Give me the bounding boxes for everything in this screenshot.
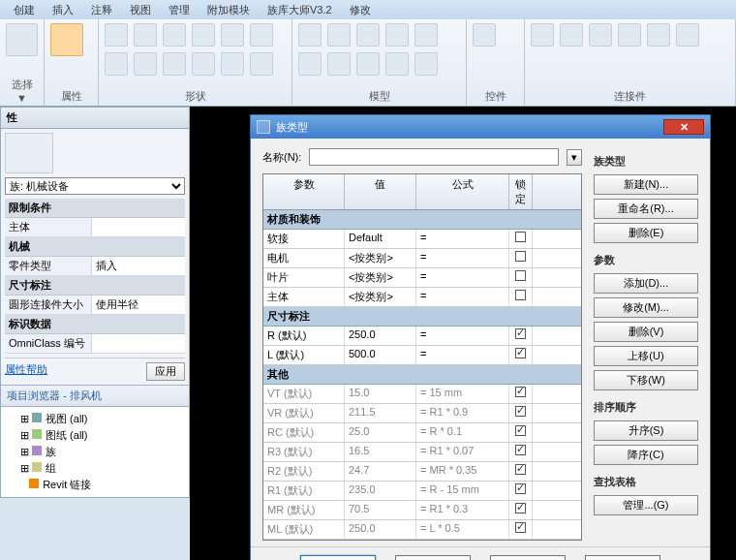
col-lock[interactable]: 锁定: [509, 174, 533, 209]
lock-checkbox[interactable]: [515, 425, 526, 436]
prop-row[interactable]: 圆形连接件大小使用半径: [5, 296, 185, 315]
dialog-titlebar[interactable]: 族类型 ✕: [251, 115, 710, 139]
model-icon[interactable]: [385, 23, 409, 47]
shape-icon[interactable]: [192, 23, 215, 47]
delete-param-button[interactable]: 删除(V): [594, 322, 698, 342]
param-row[interactable]: MR (默认)70.5= R1 * 0.3: [263, 501, 581, 520]
menu-item[interactable]: 附加模块: [207, 3, 250, 17]
modify-param-button[interactable]: 修改(M)...: [594, 297, 698, 318]
rename-type-button[interactable]: 重命名(R)...: [594, 199, 698, 219]
menu-item[interactable]: 族库大师V3.2: [267, 3, 332, 17]
param-row[interactable]: RC (默认)25.0= R * 0.1: [263, 423, 581, 443]
control-icon[interactable]: [473, 23, 496, 47]
param-row[interactable]: VT (默认)15.0= 15 mm: [263, 385, 581, 404]
add-param-button[interactable]: 添加(D)...: [594, 273, 698, 294]
sort-asc-button[interactable]: 升序(S): [594, 420, 698, 441]
param-row[interactable]: ML (默认)250.0= L * 0.5: [263, 520, 581, 540]
menu-item[interactable]: 创建: [14, 3, 35, 17]
model-icon[interactable]: [414, 52, 438, 76]
connector-icon[interactable]: [618, 23, 641, 47]
ok-button[interactable]: 确定: [300, 555, 376, 560]
shape-icon[interactable]: [192, 52, 215, 76]
tree-item[interactable]: ⊞ 组: [7, 460, 183, 477]
properties-help-link[interactable]: 属性帮助: [5, 362, 47, 381]
model-icon[interactable]: [356, 23, 380, 47]
model-icon[interactable]: [298, 23, 322, 47]
move-up-button[interactable]: 上移(U): [594, 346, 698, 366]
connector-icon[interactable]: [531, 23, 554, 47]
lock-checkbox[interactable]: [515, 387, 526, 397]
param-row[interactable]: L (默认)500.0=: [263, 346, 581, 365]
model-icon[interactable]: [356, 52, 380, 76]
apply-button[interactable]: 应用: [146, 362, 185, 381]
lock-checkbox[interactable]: [515, 232, 526, 242]
prop-row[interactable]: OmniClass 编号: [5, 334, 185, 354]
col-formula[interactable]: 公式: [416, 174, 509, 209]
param-group-header[interactable]: 尺寸标注: [263, 307, 581, 327]
lock-checkbox[interactable]: [515, 503, 526, 513]
param-row[interactable]: R1 (默认)235.0= R - 15 mm: [263, 482, 581, 501]
manage-lookup-button[interactable]: 管理...(G): [594, 495, 698, 515]
properties-icon[interactable]: [50, 23, 83, 56]
menu-item[interactable]: 修改: [350, 3, 371, 17]
param-group-header[interactable]: 其他: [263, 365, 581, 385]
new-type-button[interactable]: 新建(N)...: [594, 174, 698, 195]
param-row[interactable]: 软接Default=: [263, 230, 581, 249]
shape-icon[interactable]: [221, 23, 244, 47]
shape-icon[interactable]: [250, 52, 273, 76]
shape-icon[interactable]: [134, 23, 157, 47]
model-icon[interactable]: [385, 52, 409, 76]
prop-row[interactable]: 主体: [5, 218, 185, 237]
lock-checkbox[interactable]: [515, 464, 526, 475]
shape-icon[interactable]: [250, 23, 273, 47]
param-group-header[interactable]: 材质和装饰: [263, 210, 581, 230]
shape-icon[interactable]: [134, 52, 157, 76]
tree-item[interactable]: ⊞ 视图 (all): [7, 411, 183, 427]
param-row[interactable]: 叶片<按类别>=: [263, 268, 581, 288]
model-icon[interactable]: [414, 23, 438, 47]
shape-icon[interactable]: [163, 23, 186, 47]
param-row[interactable]: R3 (默认)16.5= R1 * 0.07: [263, 443, 581, 462]
lock-checkbox[interactable]: [515, 251, 526, 262]
lock-checkbox[interactable]: [515, 483, 526, 494]
lock-checkbox[interactable]: [515, 522, 526, 533]
help-button[interactable]: 帮助(H): [585, 555, 660, 560]
model-icon[interactable]: [327, 52, 351, 76]
model-icon[interactable]: [298, 52, 322, 76]
shape-icon[interactable]: [105, 52, 128, 76]
menu-item[interactable]: 注释: [91, 3, 112, 17]
connector-icon[interactable]: [589, 23, 612, 47]
family-category-dropdown[interactable]: 族: 机械设备: [5, 177, 185, 195]
connector-icon[interactable]: [676, 23, 699, 47]
lock-checkbox[interactable]: [515, 348, 526, 358]
sort-desc-button[interactable]: 降序(C): [594, 445, 698, 465]
param-row[interactable]: 主体<按类别>=: [263, 288, 581, 307]
connector-icon[interactable]: [560, 23, 583, 47]
param-row[interactable]: R2 (默认)24.7= MR * 0.35: [263, 462, 581, 482]
dropdown-icon[interactable]: ▾: [567, 149, 582, 166]
shape-icon[interactable]: [221, 52, 244, 76]
lock-checkbox[interactable]: [515, 406, 526, 417]
param-row[interactable]: 电机<按类别>=: [263, 249, 581, 268]
col-parameter[interactable]: 参数: [263, 174, 345, 209]
lock-checkbox[interactable]: [515, 328, 526, 339]
menu-item[interactable]: 插入: [52, 3, 74, 17]
param-row[interactable]: R (默认)250.0=: [263, 327, 581, 346]
prop-row[interactable]: 零件类型插入: [5, 257, 185, 276]
close-icon[interactable]: ✕: [663, 119, 704, 135]
type-name-input[interactable]: [309, 148, 559, 166]
tree-item[interactable]: Revit 链接: [7, 477, 183, 493]
shape-icon[interactable]: [105, 23, 128, 47]
param-row[interactable]: VR (默认)211.5= R1 * 0.9: [263, 404, 581, 423]
model-icon[interactable]: [327, 23, 351, 47]
menu-item[interactable]: 视图: [130, 3, 151, 17]
delete-type-button[interactable]: 删除(E): [594, 223, 698, 243]
lock-checkbox[interactable]: [515, 290, 526, 300]
cancel-button[interactable]: 取消: [395, 555, 471, 560]
lock-checkbox[interactable]: [515, 445, 526, 455]
lock-checkbox[interactable]: [515, 270, 526, 281]
connector-icon[interactable]: [647, 23, 670, 47]
tree-item[interactable]: ⊞ 图纸 (all): [7, 427, 183, 444]
shape-icon[interactable]: [163, 52, 186, 76]
select-icon[interactable]: [6, 23, 38, 56]
